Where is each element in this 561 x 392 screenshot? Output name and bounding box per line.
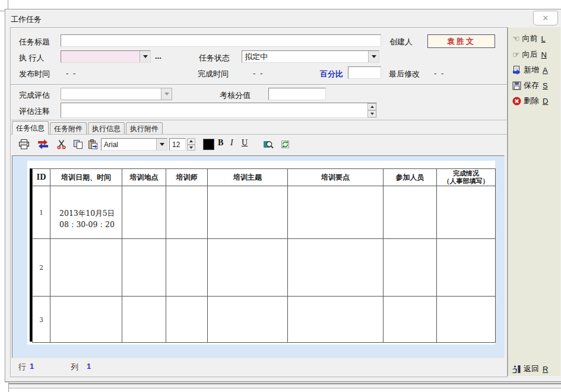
date-cell[interactable]: 2013年10月5日 08：30-09：20 [50,186,122,239]
executor-more-button[interactable]: ... [155,52,161,60]
table-header-row: ID 培训日期、时间 培训地点 培训师 培训主题 培训要点 参加人员 完成情况 … [33,169,496,186]
font-name-dropdown-button[interactable] [156,139,167,150]
table-cell[interactable] [288,239,383,297]
hand-left-icon: ☜ [512,34,520,43]
report-page: ID 培训日期、时间 培训地点 培训师 培训主题 培训要点 参加人员 完成情况 … [27,161,495,345]
bold-button[interactable]: B [218,138,223,148]
copy-button[interactable] [71,138,85,151]
table-cell[interactable] [50,297,122,343]
header-points[interactable]: 培训要点 [288,169,383,186]
tab-exec-info[interactable]: 执行信息 [88,122,125,134]
font-color-swatch[interactable] [203,139,214,150]
close-icon: ✕ [543,14,549,23]
row-number-cell[interactable]: 3 [33,297,50,343]
save-button-label: 保存 [524,80,539,91]
table-cell[interactable] [208,297,288,343]
executor-dropdown-button[interactable] [140,51,150,62]
row-number-cell[interactable]: 2 [33,239,50,297]
refresh-button[interactable] [278,138,292,151]
header-date-time[interactable]: 培训日期、时间 [50,169,122,186]
header-completion[interactable]: 完成情况 （人事部填写） [437,169,496,186]
magnifier-icon [263,139,274,149]
parent-window-left-edge [8,381,9,392]
table-cell[interactable] [122,297,166,343]
spin-down-button[interactable] [367,110,376,117]
table-cell[interactable] [288,186,383,239]
underline-button[interactable]: U [242,138,248,148]
next-button-label: 向后 [522,49,538,60]
table-cell[interactable] [288,297,383,343]
table-cell[interactable] [437,186,496,239]
table-cell[interactable] [208,239,288,297]
table-cell[interactable] [50,239,122,297]
table-cell[interactable] [166,297,208,343]
evaluation-dropdown-button[interactable] [161,88,172,100]
table-cell[interactable] [122,186,166,239]
paste-button[interactable] [85,138,100,151]
training-table: ID 培训日期、时间 培训地点 培训师 培训主题 培训要点 参加人员 完成情况 … [32,168,496,343]
table-cell[interactable] [437,239,496,297]
executor-label: 执 行人 [19,53,45,63]
tab-exec-attachments[interactable]: 执行附件 [126,122,163,134]
swap-columns-button[interactable] [36,138,50,151]
spin-down-button[interactable] [187,145,195,151]
close-button[interactable]: ✕ [533,11,558,26]
save-button[interactable]: 保存 S [512,80,548,91]
font-name-combobox[interactable]: Arial [101,138,167,151]
cut-button[interactable] [54,138,68,151]
header-trainer[interactable]: 培训师 [166,169,208,186]
header-location[interactable]: 培训地点 [122,169,166,186]
executor-combobox[interactable] [61,50,151,63]
comment-spinner[interactable] [367,103,376,117]
header-participants[interactable]: 参加人员 [383,169,437,186]
delete-button[interactable]: 删除 D [512,95,548,106]
col-status-value: 1 [87,362,91,371]
header-id[interactable]: ID [33,169,50,186]
task-status-label: 任务状态 [199,53,230,63]
task-header-panel: 任务标题 创建人 袁胜文 执 行人 ... 任务状态 拟定中 发布时间 - - … [10,27,508,85]
next-button-key: N [541,50,547,59]
tab-task-attachments[interactable]: 任务附件 [50,122,87,134]
return-button-label: 返回 [524,364,539,374]
evaluation-combobox[interactable] [61,88,172,100]
table-cell[interactable] [208,186,288,239]
print-button[interactable] [17,138,31,151]
next-button[interactable]: ☞ 向后 N [512,49,547,60]
last-modified-value: - - [434,69,445,78]
prev-button[interactable]: ☜ 向前 L [512,33,546,44]
table-cell[interactable] [383,239,437,297]
chevron-up-icon [189,140,193,142]
row-number-cell[interactable]: 1 [33,186,50,239]
table-cell[interactable] [437,297,496,343]
font-name-value: Arial [102,141,156,149]
spin-up-button[interactable] [367,103,376,110]
score-input[interactable] [268,88,326,100]
add-button[interactable]: 新增 A [512,65,548,75]
creator-label: 创建人 [389,37,413,47]
return-button[interactable]: 返回 R [512,364,548,374]
score-label: 考核分值 [220,90,251,101]
italic-button[interactable]: I [230,138,233,148]
finish-time-value: - - [253,69,264,78]
percent-input[interactable] [348,66,381,79]
table-cell[interactable] [166,239,208,297]
task-title-input[interactable] [61,34,381,47]
task-status-dropdown-button[interactable] [368,51,379,62]
table-cell[interactable] [166,186,208,239]
header-topic[interactable]: 培训主题 [208,169,288,186]
comment-field[interactable] [61,103,377,118]
table-cell[interactable] [383,186,437,239]
spin-up-button[interactable] [187,138,195,145]
table-cell[interactable] [383,297,437,343]
task-status-combobox[interactable]: 拟定中 [242,50,379,63]
window-title: 工作任务 [11,14,42,25]
font-size-value: 12 [170,141,180,149]
find-button[interactable] [261,138,275,151]
report-editor[interactable]: ID 培训日期、时间 培训地点 培训师 培训主题 培训要点 参加人员 完成情况 … [12,155,505,358]
font-size-box[interactable]: 12 [169,138,186,151]
table-cell[interactable] [122,239,166,297]
publish-time-value: - - [66,69,77,78]
comment-label: 评估注释 [19,106,50,117]
font-size-spinner[interactable] [187,138,195,151]
tab-task-info[interactable]: 任务信息 [12,121,49,135]
